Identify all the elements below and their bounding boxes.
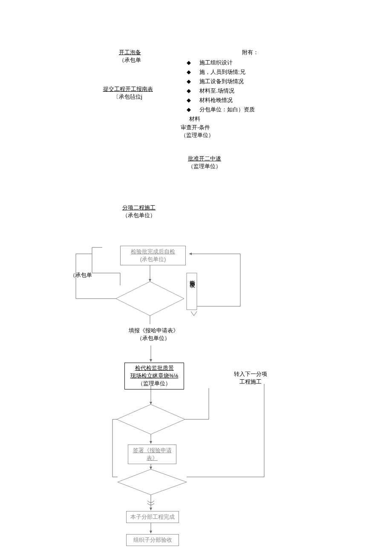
- attach-text: 材料至.场情况: [199, 87, 234, 95]
- attach-text: 施工设备到场情况: [199, 78, 244, 85]
- box-sub: (承包单位): [123, 256, 183, 263]
- step-approve: 批准开二中遂 （监理单位）: [170, 155, 239, 170]
- step-title: 填报《报哈申请表》: [111, 327, 196, 334]
- label-zhishi-zhenggai: 指示整改: [188, 276, 196, 279]
- attach-item: ◆施工组织设计: [187, 59, 306, 67]
- attach-item: ◆材料枪晚惜况: [187, 96, 306, 104]
- diamond-icon: ◆: [187, 59, 191, 66]
- step-title: 提交工程开工报南表: [85, 85, 170, 93]
- step-submit-report: 提交工程开工报南表 〔承包毡位j: [85, 85, 170, 101]
- attach-text: 材料枪晚惜况: [199, 96, 233, 104]
- attachment-block: 附有： ◆施工组织设计 ◆施，人员到场情;兄 ◆施工设备到场情况 ◆材料至.场情…: [187, 49, 306, 139]
- attach-header: 附有：: [242, 49, 306, 56]
- attach-material: 材料: [189, 115, 306, 123]
- box-inspect: 检代检监批质景 现场检立眯章烧⅜⅛ （监理单位）: [124, 363, 184, 389]
- box-sign: 签署《报验申请 表》: [128, 445, 176, 464]
- attach-review: 审查开-条件: [181, 124, 306, 131]
- attach-item: ◆材料至.场情况: [187, 87, 306, 95]
- step-title: 开工泡备: [98, 49, 162, 56]
- step-sub: （监理单位）: [170, 163, 239, 170]
- diamond-icon: ◆: [187, 78, 191, 84]
- diamond-icon: ◆: [187, 69, 191, 75]
- step-title: 分项二程施工: [105, 204, 173, 212]
- done-text: 本子分部工程完成: [130, 514, 175, 520]
- box-organize: 组织子分部验收: [126, 534, 179, 546]
- step-sub: （承包单位）: [105, 212, 173, 219]
- label-next-subwork: 转入下一分项 工程施工: [225, 370, 276, 386]
- sign-l1: 签署《报验申请: [131, 447, 173, 454]
- step-sub: （承包单: [98, 56, 162, 64]
- next-l1: 转入下一分项: [225, 370, 276, 378]
- box-done: 本子分部工程完成: [126, 511, 179, 523]
- attach-review-sub: （监理单位）: [181, 131, 306, 139]
- step-subwork: 分项二程施工 （承包单位）: [105, 204, 173, 219]
- attach-item: ◆分包单位：如白）资质: [187, 106, 306, 113]
- attach-text: 施，人员到场情;兄: [199, 68, 245, 76]
- attach-item: ◆施，人员到场情;兄: [187, 68, 306, 76]
- organize-text: 组织子分部验收: [133, 537, 172, 543]
- step-sub: 〔承包毡位j: [85, 93, 170, 101]
- attach-text: 施工组织设计: [199, 59, 233, 67]
- diamond-icon: ◆: [187, 87, 191, 94]
- label-contractor: （承包单: [70, 271, 92, 279]
- step-title: 批准开二中遂: [170, 155, 239, 163]
- sign-l2: 表》: [131, 454, 173, 462]
- inspect-l1: 检代检监批质景: [127, 364, 182, 372]
- attach-text: 分包单位：如白）资质: [199, 106, 255, 113]
- box-selfcheck: 检验批完成后自检 (承包单位): [120, 246, 186, 265]
- box-title: 检验批完成后自检: [123, 248, 183, 256]
- next-l2: 工程施工: [225, 378, 276, 386]
- attach-item: ◆施工设备到场情况: [187, 78, 306, 85]
- step-sub: （承包单位）: [111, 334, 196, 342]
- diamond-icon: ◆: [187, 106, 191, 113]
- diamond-icon: ◆: [187, 97, 191, 103]
- inspect-l3: （监理单位）: [127, 380, 182, 387]
- step-start-prep: 开工泡备 （承包单: [98, 49, 162, 64]
- step-fill-form: 填报《报哈申请表》 （承包单位）: [111, 327, 196, 342]
- inspect-l2: 现场检立眯章烧⅜⅛: [127, 372, 182, 380]
